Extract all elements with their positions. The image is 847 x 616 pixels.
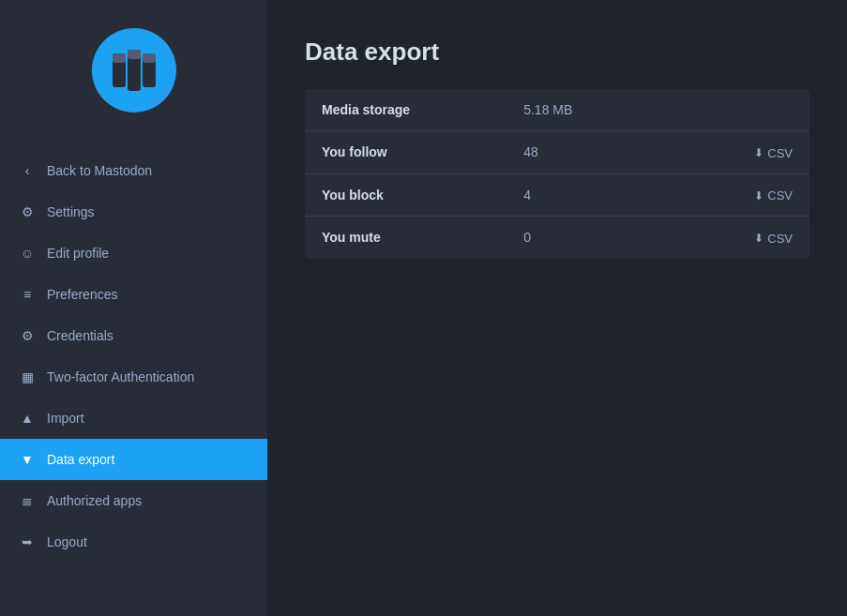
gear-icon: ⚙ (19, 204, 36, 219)
row-value: 5.18 MB (507, 89, 708, 131)
csv-download-mute-link[interactable]: ⬇ CSV (754, 232, 793, 246)
download-icon: ⬇ (754, 189, 764, 203)
main-content: Data export Media storage 5.18 MB You fo… (267, 0, 847, 616)
list-icon: ≣ (19, 493, 36, 508)
nav-item-credentials: ⚙ Credentials (0, 315, 267, 356)
table-row: You block 4 ⬇ CSV (305, 173, 809, 217)
cloud-upload-icon: ▲ (19, 411, 36, 426)
preferences-link[interactable]: ≡ Preferences (0, 274, 267, 315)
csv-download-block-link[interactable]: ⬇ CSV (754, 188, 793, 203)
row-label: You follow (305, 131, 507, 174)
data-export-label: Data export (47, 452, 114, 467)
nav-item-authorized-apps: ≣ Authorized apps (0, 480, 267, 521)
row-value: 4 (507, 173, 708, 217)
nav-item-logout: ➥ Logout (0, 521, 267, 563)
table-row: You follow 48 ⬇ CSV (305, 131, 809, 174)
cloud-download-icon: ▼ (19, 452, 36, 467)
settings-label: Settings (47, 204, 95, 219)
row-action (708, 89, 809, 131)
back-to-mastodon-label: Back to Mastodon (47, 163, 152, 178)
user-icon: ☺ (19, 246, 36, 261)
row-value: 48 (507, 131, 708, 174)
row-action: ⬇ CSV (708, 131, 809, 174)
sidebar: ‹ Back to Mastodon ⚙ Settings ☺ Edit pro… (0, 0, 267, 616)
row-action: ⬇ CSV (708, 217, 809, 259)
preferences-label: Preferences (47, 287, 117, 302)
svg-rect-5 (143, 53, 156, 63)
authorized-apps-label: Authorized apps (47, 493, 142, 508)
csv-label: CSV (767, 146, 793, 160)
chevron-left-icon: ‹ (19, 163, 36, 178)
table-row: Media storage 5.18 MB (305, 89, 809, 131)
edit-profile-label: Edit profile (47, 246, 109, 261)
credentials-label: Credentials (47, 328, 113, 343)
row-label: You block (305, 173, 507, 217)
nav-item-edit-profile: ☺ Edit profile (0, 233, 267, 274)
download-icon: ⬇ (754, 146, 764, 159)
nav-item-preferences: ≡ Preferences (0, 274, 267, 315)
credentials-gear-icon: ⚙ (19, 328, 36, 343)
row-label: You mute (305, 217, 507, 259)
nav-item-import: ▲ Import (0, 398, 267, 439)
svg-rect-4 (128, 50, 141, 59)
settings-link[interactable]: ⚙ Settings (0, 191, 267, 233)
logout-link[interactable]: ➥ Logout (0, 521, 267, 563)
logo-container (92, 28, 176, 113)
csv-label: CSV (767, 188, 793, 203)
nav-item-data-export: ▼ Data export (0, 439, 267, 480)
data-export-link[interactable]: ▼ Data export (0, 439, 267, 480)
row-value: 0 (507, 217, 708, 259)
row-action: ⬇ CSV (708, 173, 809, 217)
credentials-link[interactable]: ⚙ Credentials (0, 315, 267, 356)
logout-label: Logout (47, 534, 87, 549)
table-row: You mute 0 ⬇ CSV (305, 217, 809, 259)
nav-item-settings: ⚙ Settings (0, 191, 267, 233)
back-to-mastodon-link[interactable]: ‹ Back to Mastodon (0, 150, 267, 191)
nav-item-back-to-mastodon: ‹ Back to Mastodon (0, 150, 267, 191)
edit-profile-link[interactable]: ☺ Edit profile (0, 233, 267, 274)
data-export-table: Media storage 5.18 MB You follow 48 ⬇ CS… (305, 89, 809, 259)
sidebar-nav: ‹ Back to Mastodon ⚙ Settings ☺ Edit pro… (0, 150, 267, 563)
two-factor-auth-link[interactable]: ▦ Two-factor Authentication (0, 356, 267, 398)
page-title: Data export (305, 38, 809, 67)
two-factor-auth-label: Two-factor Authentication (47, 369, 194, 384)
csv-label: CSV (767, 232, 793, 246)
row-label: Media storage (305, 89, 507, 131)
authorized-apps-link[interactable]: ≣ Authorized apps (0, 480, 267, 521)
import-link[interactable]: ▲ Import (0, 398, 267, 439)
sliders-icon: ≡ (19, 287, 36, 302)
mobile-icon: ▦ (19, 369, 36, 384)
nav-item-2fa: ▦ Two-factor Authentication (0, 356, 267, 398)
logo-circle (92, 28, 176, 113)
mastodon-logo-icon (109, 46, 159, 95)
import-label: Import (47, 411, 84, 426)
sign-out-icon: ➥ (19, 534, 36, 549)
download-icon: ⬇ (754, 232, 764, 245)
csv-download-follow-link[interactable]: ⬇ CSV (754, 146, 793, 160)
svg-rect-3 (113, 53, 126, 63)
